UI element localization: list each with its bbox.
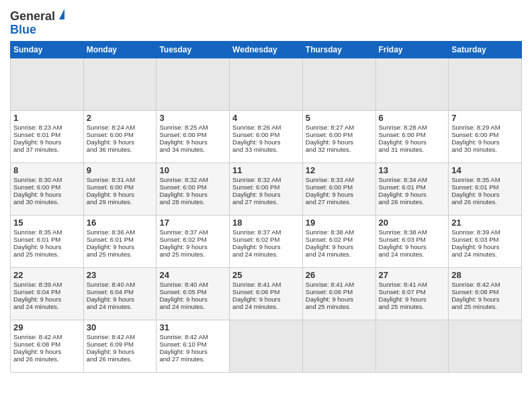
- day-info: Daylight: 9 hours: [451, 138, 519, 146]
- day-info: Sunset: 6:06 PM: [306, 288, 373, 295]
- day-info: Sunset: 6:04 PM: [87, 288, 154, 295]
- day-info: Daylight: 9 hours: [379, 243, 446, 250]
- day-number: 26: [306, 270, 373, 280]
- day-info: Sunset: 6:00 PM: [159, 183, 226, 191]
- header: General Blue: [10, 7, 522, 37]
- day-info: and 25 minutes.: [87, 250, 154, 258]
- day-info: Sunrise: 8:32 AM: [159, 176, 226, 183]
- calendar-cell: 12Sunrise: 8:33 AMSunset: 6:00 PMDayligh…: [302, 163, 375, 215]
- day-info: Sunset: 6:02 PM: [159, 236, 226, 243]
- day-info: Sunrise: 8:42 AM: [87, 333, 154, 340]
- calendar-cell: 31Sunrise: 8:42 AMSunset: 6:10 PMDayligh…: [157, 320, 230, 372]
- calendar-cell: [302, 320, 375, 372]
- day-info: Sunrise: 8:25 AM: [159, 124, 226, 131]
- logo-general: General: [10, 9, 64, 24]
- day-info: and 25 minutes.: [379, 303, 446, 310]
- col-header-wednesday: Wednesday: [230, 41, 303, 58]
- day-number: 18: [232, 218, 300, 228]
- day-info: Sunrise: 8:32 AM: [232, 176, 300, 183]
- day-info: Daylight: 9 hours: [87, 348, 154, 355]
- day-number: 16: [87, 218, 154, 228]
- calendar-cell: 14Sunrise: 8:35 AMSunset: 6:01 PMDayligh…: [449, 163, 522, 215]
- day-info: Daylight: 9 hours: [159, 138, 226, 146]
- week-row-0: [11, 58, 522, 110]
- day-info: Daylight: 9 hours: [451, 295, 519, 303]
- day-info: Sunset: 6:05 PM: [159, 288, 226, 295]
- day-info: and 24 minutes.: [159, 303, 226, 310]
- day-info: Sunrise: 8:41 AM: [379, 281, 446, 288]
- calendar-cell: 2Sunrise: 8:24 AMSunset: 6:00 PMDaylight…: [83, 110, 157, 163]
- day-info: Sunset: 6:01 PM: [87, 236, 154, 243]
- day-number: 20: [379, 218, 446, 228]
- day-number: 21: [451, 218, 519, 228]
- calendar-cell: 6Sunrise: 8:28 AMSunset: 6:00 PMDaylight…: [375, 110, 449, 163]
- day-info: Sunrise: 8:39 AM: [451, 228, 519, 236]
- day-number: 27: [379, 270, 446, 280]
- day-info: Daylight: 9 hours: [451, 191, 519, 198]
- calendar-cell: 8Sunrise: 8:30 AMSunset: 6:00 PMDaylight…: [11, 163, 84, 215]
- calendar-cell: 22Sunrise: 8:39 AMSunset: 6:04 PMDayligh…: [11, 267, 84, 320]
- day-info: Sunset: 6:03 PM: [379, 236, 446, 243]
- day-info: Sunset: 6:10 PM: [159, 340, 226, 348]
- day-info: Sunrise: 8:28 AM: [379, 124, 446, 131]
- calendar-cell: [449, 58, 522, 110]
- day-info: Daylight: 9 hours: [232, 138, 300, 146]
- day-info: Sunset: 6:00 PM: [232, 183, 300, 191]
- week-row-1: 1Sunrise: 8:23 AMSunset: 6:01 PMDaylight…: [11, 110, 522, 163]
- calendar-cell: [11, 58, 84, 110]
- day-info: Sunset: 6:00 PM: [159, 131, 226, 138]
- day-info: and 26 minutes.: [379, 198, 446, 205]
- day-info: Sunrise: 8:35 AM: [451, 176, 519, 183]
- day-number: 9: [87, 165, 154, 175]
- day-info: Daylight: 9 hours: [13, 243, 81, 250]
- calendar-cell: [449, 320, 522, 372]
- day-number: 11: [232, 165, 300, 175]
- day-info: and 29 minutes.: [87, 198, 154, 205]
- calendar-cell: 23Sunrise: 8:40 AMSunset: 6:04 PMDayligh…: [83, 267, 157, 320]
- day-number: 25: [232, 270, 300, 280]
- day-info: Daylight: 9 hours: [87, 191, 154, 198]
- calendar-cell: [83, 58, 157, 110]
- col-header-friday: Friday: [375, 41, 449, 58]
- day-info: Daylight: 9 hours: [232, 243, 300, 250]
- day-info: and 24 minutes.: [232, 250, 300, 258]
- day-info: Daylight: 9 hours: [13, 295, 81, 303]
- day-number: 14: [451, 165, 519, 175]
- calendar-cell: 11Sunrise: 8:32 AMSunset: 6:00 PMDayligh…: [230, 163, 303, 215]
- day-info: Sunrise: 8:42 AM: [13, 333, 81, 340]
- day-info: Daylight: 9 hours: [87, 243, 154, 250]
- day-info: Daylight: 9 hours: [159, 348, 226, 355]
- day-info: Daylight: 9 hours: [232, 191, 300, 198]
- calendar-page: General Blue SundayMondayTuesdayWednesda…: [0, 0, 532, 411]
- calendar-cell: 3Sunrise: 8:25 AMSunset: 6:00 PMDaylight…: [157, 110, 230, 163]
- day-info: Sunset: 6:01 PM: [379, 183, 446, 191]
- calendar-cell: [157, 58, 230, 110]
- logo: General Blue: [10, 9, 64, 37]
- day-info: Daylight: 9 hours: [451, 243, 519, 250]
- week-row-5: 29Sunrise: 8:42 AMSunset: 6:08 PMDayligh…: [11, 320, 522, 372]
- day-info: and 25 minutes.: [306, 303, 373, 310]
- day-info: Sunset: 6:01 PM: [13, 131, 81, 138]
- day-info: Sunrise: 8:40 AM: [87, 281, 154, 288]
- day-info: Sunrise: 8:26 AM: [232, 124, 300, 131]
- calendar-cell: 25Sunrise: 8:41 AMSunset: 6:06 PMDayligh…: [230, 267, 303, 320]
- col-header-saturday: Saturday: [449, 41, 522, 58]
- day-info: Daylight: 9 hours: [87, 138, 154, 146]
- calendar-cell: 9Sunrise: 8:31 AMSunset: 6:00 PMDaylight…: [83, 163, 157, 215]
- day-info: Daylight: 9 hours: [379, 138, 446, 146]
- day-info: Daylight: 9 hours: [87, 295, 154, 303]
- col-header-thursday: Thursday: [302, 41, 375, 58]
- day-info: Sunrise: 8:41 AM: [232, 281, 300, 288]
- day-info: Sunset: 6:00 PM: [87, 183, 154, 191]
- day-number: 19: [306, 218, 373, 228]
- day-info: Sunrise: 8:27 AM: [306, 124, 373, 131]
- day-info: Sunrise: 8:40 AM: [159, 281, 226, 288]
- calendar-cell: 24Sunrise: 8:40 AMSunset: 6:05 PMDayligh…: [157, 267, 230, 320]
- day-info: Sunrise: 8:35 AM: [13, 228, 81, 236]
- day-info: and 24 minutes.: [13, 303, 81, 310]
- week-row-3: 15Sunrise: 8:35 AMSunset: 6:01 PMDayligh…: [11, 215, 522, 267]
- day-number: 12: [306, 165, 373, 175]
- day-info: Daylight: 9 hours: [159, 243, 226, 250]
- day-info: Sunset: 6:06 PM: [232, 288, 300, 295]
- day-info: Sunrise: 8:38 AM: [379, 228, 446, 236]
